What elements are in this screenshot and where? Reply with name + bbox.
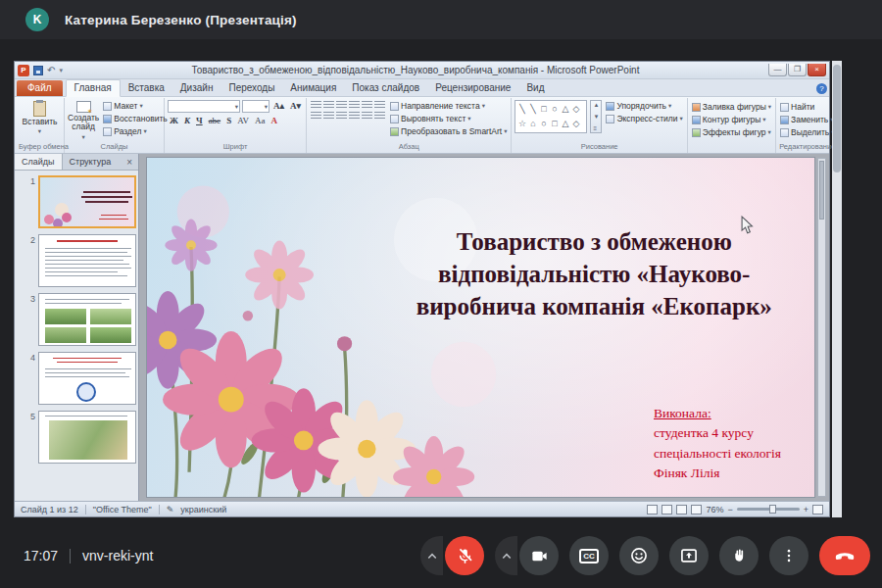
language-indicator[interactable]: украинский — [180, 505, 226, 514]
smartart-button[interactable]: Преобразовать в SmartArt▾ — [389, 125, 508, 137]
font-size-combo[interactable]: ▾ — [242, 100, 270, 113]
tab-file[interactable]: Файл — [17, 80, 63, 96]
zoom-slider-thumb[interactable] — [769, 505, 776, 514]
work-area: Слайды Структура × 1 — [15, 154, 829, 501]
panel-tab-outline[interactable]: Структура — [63, 154, 119, 170]
slideshow-button[interactable] — [691, 505, 702, 514]
font-name-combo[interactable]: ▾ — [168, 100, 240, 113]
tab-home[interactable]: Главная — [66, 79, 121, 97]
grow-font-button[interactable]: А▴ — [271, 100, 286, 113]
restore-button[interactable]: ❐ — [788, 64, 807, 76]
slide-thumbnail-2[interactable] — [38, 234, 136, 287]
shapes-gallery[interactable]: ╲╲□○△◇ ☆⌂○□△◇ — [514, 100, 587, 133]
paragraph-group-label: Абзац — [310, 141, 508, 153]
shadow-button[interactable]: S — [224, 115, 233, 127]
spacing-button[interactable]: AV — [235, 115, 251, 127]
shape-outline-icon — [692, 116, 701, 124]
captions-button[interactable]: CC — [569, 536, 609, 575]
arrange-button[interactable]: Упорядочить▾ — [605, 100, 683, 112]
panel-close-icon[interactable]: × — [121, 154, 138, 170]
paragraph-group: Направление текста▾ Выровнять текст▾ Пре… — [307, 98, 512, 153]
author-line: спеціальності екологія — [654, 444, 781, 464]
close-button[interactable]: × — [808, 64, 826, 76]
tab-review[interactable]: Рецензирование — [427, 80, 518, 96]
save-icon[interactable] — [33, 66, 43, 75]
font-color-button[interactable]: А — [269, 115, 279, 127]
fit-to-window-button[interactable] — [812, 505, 823, 514]
slide-thumbnail-4[interactable] — [38, 352, 136, 405]
present-button[interactable] — [669, 536, 709, 575]
select-button[interactable]: Выделить▾ — [779, 126, 835, 138]
font-group: ▾ ▾ А▴ А▾ Ж К Ч abc S AV Aa А — [165, 98, 307, 153]
align-text-button[interactable]: Выровнять текст▾ — [389, 113, 508, 124]
new-slide-button[interactable]: Создать слайд ▾ — [68, 100, 99, 140]
text-direction-button[interactable]: Направление текста▾ — [389, 100, 508, 112]
hand-icon — [730, 547, 749, 565]
reactions-button[interactable] — [619, 536, 659, 575]
normal-view-button[interactable] — [647, 505, 658, 514]
meeting-code: vnv-reki-ynt — [82, 548, 153, 564]
shared-screen-scrollbar[interactable] — [832, 61, 842, 517]
align-buttons[interactable] — [310, 111, 386, 122]
change-case-button[interactable]: Aa — [253, 115, 268, 127]
audio-options-button[interactable] — [420, 536, 443, 575]
find-button[interactable]: Найти — [779, 101, 835, 113]
undo-icon[interactable]: ↶ — [47, 66, 55, 75]
slide-title: Товариство з обмеженою відповідальністю … — [387, 225, 801, 322]
tab-transitions[interactable]: Переходы — [220, 80, 282, 96]
ribbon: Вставить ▾ Буфер обмена Создать слайд ▾ … — [15, 97, 829, 154]
more-vertical-icon — [780, 547, 798, 564]
shape-fill-button[interactable]: Заливка фигуры▾ — [691, 101, 772, 113]
paste-button[interactable]: Вставить ▾ — [19, 100, 61, 134]
reset-button[interactable]: Восстановить — [102, 113, 168, 124]
underline-button[interactable]: Ч — [194, 115, 205, 127]
quick-access-toolbar: P ↶ ▾ — [18, 65, 63, 76]
list-buttons[interactable] — [310, 100, 386, 111]
slides-group: Создать слайд ▾ Макет▾ Восстановить Разд… — [65, 98, 165, 153]
strikethrough-button[interactable]: abc — [207, 115, 223, 127]
zoom-in-button[interactable]: + — [804, 505, 808, 514]
tab-insert[interactable]: Вставка — [121, 80, 172, 96]
replace-button[interactable]: Заменить▾ — [779, 114, 835, 125]
shapes-scroll-buttons[interactable]: ▲▼≡ — [590, 100, 602, 133]
bold-button[interactable]: Ж — [168, 115, 180, 127]
reading-view-button[interactable] — [676, 505, 687, 514]
slide-thumbnail-3[interactable] — [38, 293, 136, 346]
panel-tab-slides[interactable]: Слайды — [15, 154, 63, 170]
mic-button[interactable] — [445, 536, 484, 575]
video-options-button[interactable] — [495, 536, 517, 575]
layout-icon — [103, 102, 112, 111]
tab-view[interactable]: Вид — [518, 80, 552, 96]
section-button[interactable]: Раздел▾ — [102, 125, 168, 137]
camera-button[interactable] — [519, 536, 559, 575]
ribbon-tab-bar: Файл Главная Вставка Дизайн Переходы Ани… — [15, 79, 829, 97]
more-options-button[interactable] — [769, 536, 808, 575]
tab-animations[interactable]: Анимация — [282, 80, 344, 96]
slide-thumbnail-1[interactable] — [38, 175, 136, 228]
shape-effects-button[interactable]: Эффекты фигур▾ — [691, 126, 772, 138]
help-icon[interactable]: ? — [816, 83, 827, 94]
slide-scrollbar[interactable] — [817, 158, 826, 497]
minimize-button[interactable]: — — [768, 64, 787, 76]
slide-author-block: Виконала: студентка 4 курсу спеціальност… — [654, 404, 781, 483]
tab-design[interactable]: Дизайн — [172, 80, 221, 96]
shape-outline-button[interactable]: Контур фигуры▾ — [691, 114, 772, 125]
shrink-font-button[interactable]: А▾ — [288, 100, 303, 113]
slide-thumbnail-5[interactable] — [38, 411, 136, 464]
zoom-level: 76% — [706, 505, 723, 514]
zoom-slider[interactable] — [737, 508, 800, 511]
italic-button[interactable]: К — [182, 115, 192, 127]
slide-canvas[interactable]: Товариство з обмеженою відповідальністю … — [147, 158, 814, 497]
drawing-group-label: Рисование — [514, 141, 683, 153]
captions-icon: CC — [579, 549, 599, 564]
slide-sorter-button[interactable] — [662, 505, 672, 514]
raise-hand-button[interactable] — [719, 536, 759, 575]
tab-slideshow[interactable]: Показ слайдов — [344, 80, 427, 96]
end-call-button[interactable] — [819, 536, 870, 575]
quick-styles-button[interactable]: Экспресс-стили▾ — [605, 113, 683, 124]
theme-name: "Office Theme" — [93, 505, 152, 514]
presenter-avatar: K — [25, 8, 49, 31]
zoom-out-button[interactable]: − — [727, 505, 732, 514]
layout-button[interactable]: Макет▾ — [102, 100, 168, 112]
new-slide-label: Создать слайд — [68, 114, 99, 132]
